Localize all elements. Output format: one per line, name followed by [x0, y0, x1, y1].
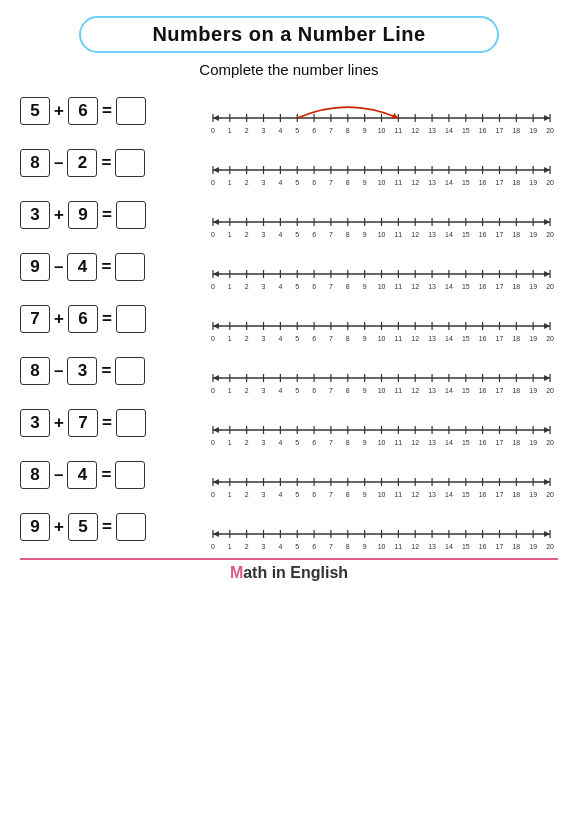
- svg-text:20: 20: [546, 491, 554, 498]
- svg-text:16: 16: [479, 387, 487, 394]
- svg-text:11: 11: [394, 439, 402, 446]
- svg-text:6: 6: [312, 127, 316, 134]
- svg-text:11: 11: [394, 543, 402, 550]
- op-1: –: [54, 153, 63, 173]
- svg-text:18: 18: [512, 543, 520, 550]
- footer: Math in English: [20, 558, 558, 582]
- op-5: –: [54, 361, 63, 381]
- num1-box-7: 8: [20, 461, 50, 489]
- svg-text:13: 13: [428, 543, 436, 550]
- svg-text:2: 2: [245, 231, 249, 238]
- svg-text:9: 9: [363, 387, 367, 394]
- svg-text:17: 17: [496, 231, 504, 238]
- svg-marker-137: [213, 271, 219, 277]
- svg-marker-48: [544, 167, 550, 173]
- svg-text:5: 5: [295, 179, 299, 186]
- number-line-container-5: 01234567891011121314151617181920: [205, 366, 558, 394]
- svg-text:16: 16: [479, 491, 487, 498]
- answer-box-1[interactable]: [115, 149, 145, 177]
- svg-text:7: 7: [329, 387, 333, 394]
- svg-marker-363: [544, 531, 550, 537]
- number-line-container-7: 01234567891011121314151617181920: [205, 470, 558, 498]
- answer-box-4[interactable]: [116, 305, 146, 333]
- equals-4: =: [102, 309, 112, 329]
- svg-text:3: 3: [262, 335, 266, 342]
- svg-text:5: 5: [295, 283, 299, 290]
- svg-text:12: 12: [411, 231, 419, 238]
- answer-box-8[interactable]: [116, 513, 146, 541]
- svg-text:17: 17: [496, 127, 504, 134]
- answer-box-7[interactable]: [115, 461, 145, 489]
- svg-text:6: 6: [312, 335, 316, 342]
- svg-text:18: 18: [512, 231, 520, 238]
- svg-text:2: 2: [245, 335, 249, 342]
- svg-text:14: 14: [445, 439, 453, 446]
- svg-text:2: 2: [245, 439, 249, 446]
- svg-text:5: 5: [295, 127, 299, 134]
- svg-text:4: 4: [278, 335, 282, 342]
- svg-marker-182: [213, 323, 219, 329]
- number-line-container-4: 01234567891011121314151617181920: [205, 314, 558, 342]
- svg-text:12: 12: [411, 387, 419, 394]
- svg-text:15: 15: [462, 491, 470, 498]
- footer-brand-rest: ath in English: [243, 564, 348, 581]
- svg-text:18: 18: [512, 127, 520, 134]
- svg-text:14: 14: [445, 231, 453, 238]
- svg-text:13: 13: [428, 335, 436, 342]
- op-7: –: [54, 465, 63, 485]
- svg-text:9: 9: [363, 179, 367, 186]
- svg-text:17: 17: [496, 283, 504, 290]
- svg-text:15: 15: [462, 283, 470, 290]
- svg-text:17: 17: [496, 387, 504, 394]
- svg-text:8: 8: [346, 283, 350, 290]
- svg-text:0: 0: [211, 335, 215, 342]
- svg-text:5: 5: [295, 387, 299, 394]
- svg-text:0: 0: [211, 231, 215, 238]
- svg-text:10: 10: [378, 283, 386, 290]
- equation-3: 9–4=: [20, 253, 205, 281]
- svg-text:10: 10: [378, 335, 386, 342]
- svg-text:17: 17: [496, 335, 504, 342]
- svg-text:10: 10: [378, 491, 386, 498]
- svg-text:15: 15: [462, 439, 470, 446]
- svg-text:4: 4: [278, 439, 282, 446]
- svg-text:20: 20: [546, 179, 554, 186]
- svg-text:16: 16: [479, 283, 487, 290]
- num1-box-4: 7: [20, 305, 50, 333]
- svg-text:0: 0: [211, 491, 215, 498]
- svg-text:3: 3: [262, 283, 266, 290]
- answer-box-0[interactable]: [116, 97, 146, 125]
- svg-text:2: 2: [245, 127, 249, 134]
- number-line-container-0: 01234567891011121314151617181920: [205, 106, 558, 134]
- num2-box-4: 6: [68, 305, 98, 333]
- op-4: +: [54, 309, 64, 329]
- svg-text:11: 11: [394, 231, 402, 238]
- equals-6: =: [102, 413, 112, 433]
- svg-text:13: 13: [428, 387, 436, 394]
- problem-row: 9–4=01234567891011121314151617181920: [20, 244, 558, 290]
- svg-text:6: 6: [312, 283, 316, 290]
- answer-box-3[interactable]: [115, 253, 145, 281]
- num2-box-7: 4: [67, 461, 97, 489]
- num1-box-5: 8: [20, 357, 50, 385]
- svg-text:8: 8: [346, 179, 350, 186]
- answer-box-6[interactable]: [116, 409, 146, 437]
- svg-text:0: 0: [211, 127, 215, 134]
- page-title: Numbers on a Number Line: [79, 16, 499, 53]
- svg-marker-93: [544, 219, 550, 225]
- svg-text:3: 3: [262, 491, 266, 498]
- answer-box-2[interactable]: [116, 201, 146, 229]
- num1-box-3: 9: [20, 253, 50, 281]
- svg-text:8: 8: [346, 387, 350, 394]
- svg-text:7: 7: [329, 127, 333, 134]
- svg-text:1: 1: [228, 387, 232, 394]
- svg-text:19: 19: [529, 231, 537, 238]
- svg-text:6: 6: [312, 387, 316, 394]
- answer-box-5[interactable]: [115, 357, 145, 385]
- svg-text:17: 17: [496, 543, 504, 550]
- problem-row: 8–4=01234567891011121314151617181920: [20, 452, 558, 498]
- equals-3: =: [101, 257, 111, 277]
- equation-1: 8–2=: [20, 149, 205, 177]
- svg-text:20: 20: [546, 283, 554, 290]
- svg-text:16: 16: [479, 335, 487, 342]
